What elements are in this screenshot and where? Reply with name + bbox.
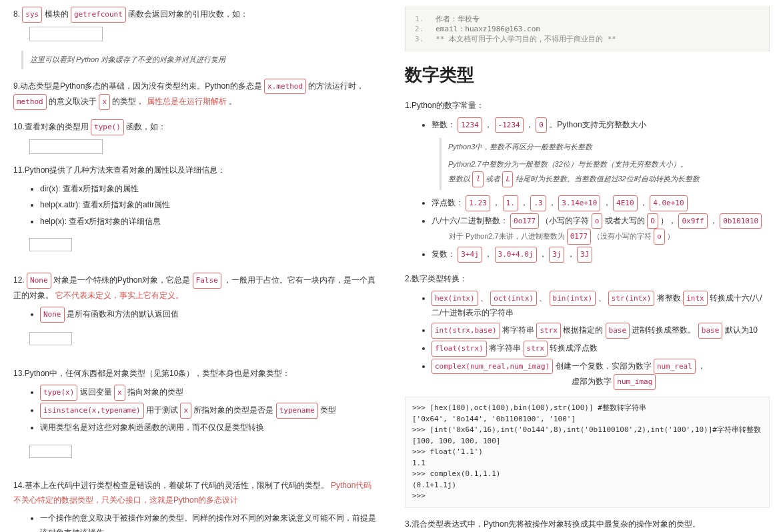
item-10: 10.查看对象的类型用 type() 函数，如： xyxy=(13,119,378,154)
text: 9.动态类型是Python多态的基础，因为没有类型约束。Python的多态是 xyxy=(13,81,264,91)
text: 对象是一个特殊的Python对象，它总是 xyxy=(53,275,193,285)
list-item-float: 浮点数： 1.23 ， 1. ， .3 ， 3.14e+10 ， 4E10 ， … xyxy=(432,195,770,211)
code-x: x xyxy=(180,403,191,419)
text: 的类型， xyxy=(112,97,144,106)
left-column: 8. sys 模块的 getrefcount 函数会返回对象的引用次数，如： 这… xyxy=(0,0,392,532)
text: 根据指定的 xyxy=(563,325,605,335)
code: O xyxy=(647,213,658,229)
code: 1. xyxy=(503,195,518,211)
text: Python2.7中整数分为一般整数（32位）与长整数（支持无穷整数大小）。 xyxy=(448,160,688,168)
text: 类型 xyxy=(320,405,336,415)
text: Python3中，整数不再区分一般整数与长整数 xyxy=(448,141,763,154)
code-x: x xyxy=(114,385,125,401)
text: 浮点数： xyxy=(432,198,464,207)
text: 进制转换成整数。 xyxy=(632,325,696,335)
code-typex: type(x) xyxy=(40,385,77,401)
item-9: 9.动态类型是Python多态的基础，因为没有类型约束。Python的多态是 x… xyxy=(13,79,378,111)
code: 0b101010 xyxy=(720,213,762,229)
code-isinstance: isinstance(x,typename) xyxy=(40,403,144,419)
code: o xyxy=(654,229,665,245)
code: num_real xyxy=(654,359,696,375)
text: 转换成十六/八/二/十进制表示的字符串 xyxy=(432,293,762,318)
email: email：huaxz1986@163.com xyxy=(436,25,540,33)
doc-header: 1.作者：华校专 2.email：huaxz1986@163.com 3.** … xyxy=(405,7,770,51)
code: hex(intx) xyxy=(432,291,478,307)
list-item: dir(x): 查看x所指对象的属性 xyxy=(40,182,378,197)
list-item: 调用类型名是对这些对象构造函数的调用，而不仅仅是类型转换 xyxy=(40,421,378,435)
code: l xyxy=(472,171,484,187)
section-title: 数字类型 xyxy=(405,63,770,87)
text: 对于 Python2.7来讲，八进制整数为 xyxy=(449,232,567,240)
code: 3J xyxy=(577,247,592,263)
license: ** 本文档可用于个人学习目的，不得用于商业目的 ** xyxy=(436,35,616,43)
author: 作者：华校专 xyxy=(436,15,480,23)
item-14: 14.基本上在代码中进行类型检查是错误的，着破坏了代码的灵活性，限制了代码的类型… xyxy=(13,479,378,532)
heading: 2.数字类型转换： xyxy=(405,272,770,287)
code: o xyxy=(592,213,603,229)
section-2: 2.数字类型转换： hex(intx) 、 oct(intx) 、 bin(in… xyxy=(405,272,770,508)
list-item: float(strx) 将字符串 strx 转换成浮点数 xyxy=(432,341,770,357)
code: 4E10 xyxy=(613,195,638,211)
right-column: 1.作者：华校专 2.email：huaxz1986@163.com 3.** … xyxy=(392,0,783,532)
list-item: help(x): 查看x所指对象的详细信息 xyxy=(40,215,378,229)
list-item: 一个操作的意义取决于被操作对象的类型。同样的操作对不同的对象来说意义可能不同，前… xyxy=(40,511,378,532)
item-8: 8. sys 模块的 getrefcount 函数会返回对象的引用次数，如： 这… xyxy=(13,7,378,69)
code: 3.0+4.0j xyxy=(495,247,537,263)
text: 整数： xyxy=(432,120,456,129)
code: 1.23 xyxy=(466,195,490,211)
code: base xyxy=(606,323,630,339)
text: 将整数 xyxy=(657,293,683,303)
list-item-complex: 复数： 3+4j ， 3.0+4.0j ， 3j ， 3J xyxy=(432,247,770,263)
heading: 1.Python的数字常量： xyxy=(405,99,770,113)
code: intx xyxy=(683,291,708,307)
text: 。 xyxy=(229,97,237,106)
code: .3 xyxy=(530,195,546,211)
text: 八/十六/二进制整数： xyxy=(432,216,508,225)
image-placeholder xyxy=(29,139,103,154)
document-root: 8. sys 模块的 getrefcount 函数会返回对象的引用次数，如： 这… xyxy=(0,0,783,532)
blockquote: Python3中，整数不再区分一般整数与长整数 Python2.7中整数分为一般… xyxy=(440,138,770,189)
heading: 3.混合类型表达式中，Python先将被操作对象转换成其中最复杂的操作对象的类型… xyxy=(405,517,770,532)
code: num_imag xyxy=(614,374,656,390)
text: 创建一个复数，实部为数字 xyxy=(556,361,654,371)
text: 或者大写的 xyxy=(605,216,647,225)
code: 0o177 xyxy=(510,213,539,229)
text: 14.基本上在代码中进行类型检查是错误的，着破坏了代码的灵活性，限制了代码的类型… xyxy=(13,481,329,490)
text: 复数： xyxy=(432,249,456,259)
list-item: type(x) 返回变量 x 指向对象的类型 xyxy=(40,385,378,401)
blockquote: 这里可以看到 Python 对象缓存了不变的对象并对其进行复用 xyxy=(21,51,378,69)
code: 1234 xyxy=(458,117,482,133)
list-item: hex(intx) 、 oct(intx) 、 bin(intx) 、 str(… xyxy=(432,291,770,321)
code-xmethod: x.method xyxy=(264,79,306,95)
list: hex(intx) 、 oct(intx) 、 bin(intx) 、 str(… xyxy=(405,291,770,391)
code: 4.0e+10 xyxy=(650,195,687,211)
text: 是所有函数和方法的默认返回值 xyxy=(67,309,179,319)
text: 用于测试 xyxy=(146,405,180,415)
code: 3j xyxy=(549,247,564,263)
code-false: False xyxy=(193,273,221,289)
text: 。Python支持无穷整数大小 xyxy=(549,120,646,129)
text: ）， xyxy=(660,216,676,225)
text: （小写的字符 xyxy=(541,216,591,225)
ordinal: 8. xyxy=(13,9,20,19)
text: 指向对象的类型 xyxy=(127,387,183,397)
code: strx xyxy=(536,323,561,339)
list-item: isinstance(x,typename) 用于测试 x 所指对象的类型是否是… xyxy=(40,403,378,419)
code-type: type() xyxy=(91,119,124,135)
code: 0177 xyxy=(567,229,592,245)
list: dir(x): 查看x所指对象的属性 help(x.attr): 查看x所指对象… xyxy=(13,182,378,229)
text: 函数会返回对象的引用次数，如： xyxy=(128,9,248,19)
list: 整数： 1234 ， -1234 ， 0 。Python支持无穷整数大小 Pyt… xyxy=(405,117,770,263)
text: 转换成浮点数 xyxy=(550,343,598,353)
image-placeholder xyxy=(29,27,103,41)
item-12: 12. None 对象是一个特殊的Python对象，它总是 False ，一般用… xyxy=(13,273,378,357)
text: 将字符串 xyxy=(502,325,536,335)
list-item-int: 整数： 1234 ， -1234 ， 0 。Python支持无穷整数大小 Pyt… xyxy=(432,117,770,190)
list-item: None 是所有函数和方法的默认返回值 xyxy=(40,307,378,323)
code: bin(intx) xyxy=(550,291,596,307)
list: type(x) 返回变量 x 指向对象的类型 isinstance(x,type… xyxy=(13,385,378,435)
text: ） xyxy=(667,232,674,240)
code-getrefcount: getrefcount xyxy=(71,7,126,23)
text: 返回变量 xyxy=(80,387,114,397)
text: 或者 xyxy=(486,175,502,183)
